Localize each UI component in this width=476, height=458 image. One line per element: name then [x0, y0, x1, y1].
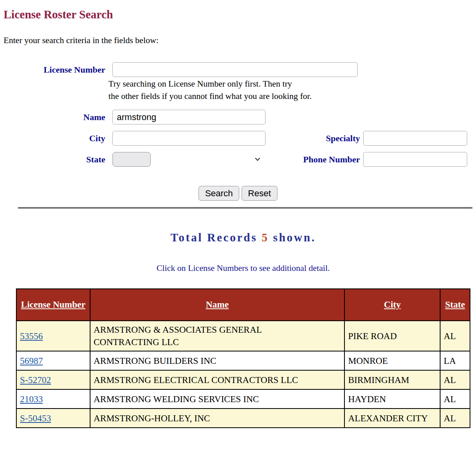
license-cell: S-50453 — [16, 409, 90, 428]
header-name: Name — [90, 289, 345, 321]
specialty-label: Specialty — [266, 133, 363, 144]
city-specialty-row: City Specialty — [0, 131, 476, 146]
state-cell: AL — [440, 321, 470, 351]
table-row: S-52702ARMSTRONG ELECTRICAL CONTRACTORS … — [16, 370, 470, 389]
total-records-prefix: Total Records — [171, 231, 258, 244]
specialty-input[interactable] — [363, 131, 467, 146]
city-input[interactable] — [112, 131, 266, 146]
search-button[interactable]: Search — [199, 186, 239, 201]
name-cell: ARMSTRONG WELDING SERVICES INC — [90, 389, 345, 409]
license-roster-search-page: License Roster Search Enter your search … — [0, 8, 476, 428]
search-hint-line2: the other fields if you cannot find what… — [108, 90, 476, 103]
form-buttons: Search Reset — [0, 186, 476, 201]
license-cell: S-52702 — [16, 370, 90, 389]
intro-text: Enter your search criteria in the fields… — [4, 36, 476, 45]
license-cell: 56987 — [16, 351, 90, 370]
table-row: 56987ARMSTRONG BUILDERS INCMONROELA — [16, 351, 470, 370]
header-license-number: License Number — [16, 289, 90, 321]
license-number-input[interactable] — [112, 62, 358, 77]
name-cell: ARMSTRONG ELECTRICAL CONTRACTORS LLC — [90, 370, 345, 389]
chevron-down-icon — [255, 156, 260, 162]
header-city: City — [344, 289, 440, 321]
license-number-link[interactable]: 21033 — [20, 394, 43, 404]
city-cell: ALEXANDER CITY — [344, 409, 440, 428]
search-form: License Number Try searching on License … — [0, 62, 476, 201]
license-number-link[interactable]: S-50453 — [20, 413, 51, 423]
table-row: 21033ARMSTRONG WELDING SERVICES INCHAYDE… — [16, 389, 470, 409]
license-number-link[interactable]: 56987 — [20, 356, 43, 366]
state-cell: AL — [440, 370, 470, 389]
license-number-label: License Number — [0, 65, 112, 75]
page-title: License Roster Search — [4, 8, 476, 21]
reset-button[interactable]: Reset — [242, 186, 277, 201]
name-cell: ARMSTRONG BUILDERS INC — [90, 351, 345, 370]
search-hint-line1: Try searching on License Number only fir… — [108, 78, 476, 90]
name-cell: ARMSTRONG & ASSOCIATES GENERAL CONTRACTI… — [90, 321, 345, 351]
results-table-header: License Number Name City State — [16, 289, 470, 321]
city-cell: BIRMINGHAM — [344, 370, 440, 389]
total-records-count: 5 — [262, 231, 269, 244]
total-records-suffix: shown. — [273, 231, 316, 244]
name-label: Name — [0, 112, 112, 122]
state-select[interactable] — [112, 152, 151, 167]
header-state: State — [440, 289, 470, 321]
phone-number-label: Phone Number — [266, 154, 363, 165]
city-label: City — [0, 133, 112, 144]
name-row: Name — [0, 110, 476, 124]
state-cell: LA — [440, 351, 470, 370]
table-row: S-50453ARMSTRONG-HOLLEY, INCALEXANDER CI… — [16, 409, 470, 428]
table-row: 53556ARMSTRONG & ASSOCIATES GENERAL CONT… — [16, 321, 470, 351]
phone-number-input[interactable] — [363, 152, 467, 167]
license-number-link[interactable]: S-52702 — [20, 375, 51, 385]
license-cell: 53556 — [16, 321, 90, 351]
city-cell: MONROE — [344, 351, 440, 370]
search-hint: Try searching on License Number only fir… — [108, 78, 476, 103]
total-records-line: Total Records 5 shown. — [16, 231, 470, 244]
name-input[interactable] — [112, 110, 266, 124]
results-table: License Number Name City State 53556ARMS… — [16, 288, 470, 428]
license-number-row: License Number — [0, 62, 476, 77]
results-table-body: 53556ARMSTRONG & ASSOCIATES GENERAL CONT… — [16, 321, 470, 428]
state-cell: AL — [440, 389, 470, 409]
state-label: State — [0, 154, 112, 165]
name-cell: ARMSTRONG-HOLLEY, INC — [90, 409, 345, 428]
click-hint-text: Click on License Numbers to see addition… — [16, 263, 470, 273]
city-cell: PIKE ROAD — [344, 321, 440, 351]
city-cell: HAYDEN — [344, 389, 440, 409]
license-number-link[interactable]: 53556 — [20, 331, 43, 341]
state-cell: AL — [440, 409, 470, 428]
section-divider — [18, 207, 472, 209]
license-cell: 21033 — [16, 389, 90, 409]
state-phone-row: State Phone Number — [0, 152, 476, 167]
